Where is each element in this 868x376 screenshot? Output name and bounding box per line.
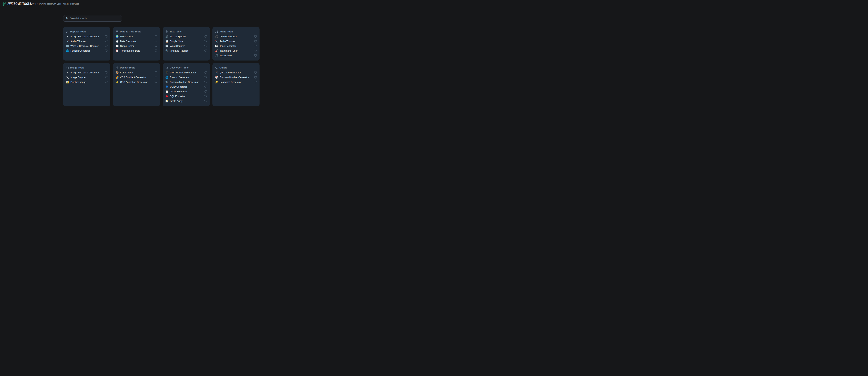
alarm-clock-emoji: ⏰ bbox=[116, 49, 119, 52]
category-card: Design Tools 🎨 Color Picker 🌈 CSS Gradie… bbox=[113, 63, 160, 106]
tool-label: Instrument Tuner bbox=[220, 49, 254, 52]
favorite-heart-button[interactable] bbox=[254, 54, 257, 57]
category-header: Others bbox=[215, 66, 257, 70]
mobile-phone-emoji: 📱 bbox=[215, 71, 218, 74]
tool-item-link[interactable]: ✂️ Audio Trimmer bbox=[215, 39, 257, 44]
tool-item-link[interactable]: 🎵 Metronome bbox=[215, 53, 257, 58]
tool-item-link[interactable]: 🔢 Word Counter bbox=[165, 44, 208, 48]
tool-item-link[interactable]: 🔪 Image Cropper bbox=[65, 75, 108, 80]
search-input[interactable] bbox=[68, 15, 122, 22]
tool-item-link[interactable]: ✂️ Audio Trimmer bbox=[65, 39, 108, 44]
tool-item-link[interactable]: 🔑 Password Generator bbox=[215, 80, 257, 84]
favorite-heart-button[interactable] bbox=[155, 49, 157, 52]
tool-item-link[interactable]: 🔢 Word & Character Counter bbox=[65, 44, 108, 48]
favorite-heart-button[interactable] bbox=[204, 44, 207, 47]
favorite-heart-button[interactable] bbox=[254, 44, 257, 47]
tool-label: CSS Gradient Generator bbox=[120, 76, 155, 79]
tool-item-link[interactable]: ♦️ SQL Formatter bbox=[165, 94, 208, 99]
favorite-heart-button[interactable] bbox=[155, 44, 157, 47]
tool-item-link[interactable]: 📋 JSON Formatter bbox=[165, 89, 208, 94]
favorite-heart-button[interactable] bbox=[204, 71, 207, 74]
favorite-heart-button[interactable] bbox=[155, 76, 157, 79]
tool-label: Simple Note bbox=[170, 40, 204, 43]
tool-item-link[interactable]: 🎨 Color Picker bbox=[115, 70, 158, 75]
tool-item-link[interactable]: ✨ CSS Animation Generator bbox=[115, 80, 158, 84]
category-header: Popular Tools bbox=[65, 30, 108, 34]
tool-item-link[interactable]: 🔊 Text to Speech bbox=[165, 34, 208, 39]
earth-emoji: 🌍 bbox=[116, 35, 119, 38]
palette-icon bbox=[116, 66, 119, 69]
tool-item-link[interactable]: 🕐 Simple Timer bbox=[115, 44, 158, 48]
favorite-heart-button[interactable] bbox=[105, 35, 107, 38]
tool-item-link[interactable]: 🎹 Tone Generator bbox=[215, 44, 257, 48]
tool-item-link[interactable]: 🎧 Audio Converter bbox=[215, 34, 257, 39]
tool-item-link[interactable]: 🌐 Favicon Generator bbox=[165, 75, 208, 80]
favorite-heart-button[interactable] bbox=[204, 81, 207, 83]
favorite-heart-button[interactable] bbox=[254, 49, 257, 52]
tool-item-link[interactable]: 📋 Simple Note bbox=[165, 39, 208, 44]
pocket-knife-logo-icon bbox=[2, 2, 6, 6]
favorite-heart-button[interactable] bbox=[254, 71, 257, 74]
bust-silhouette-emoji: 👤 bbox=[165, 86, 168, 88]
favorite-heart-button[interactable] bbox=[204, 40, 207, 43]
tool-item-link[interactable]: 🌈 CSS Gradient Generator bbox=[115, 75, 158, 80]
favorite-heart-button[interactable] bbox=[105, 76, 107, 79]
category-card: Image Tools ⚡ Image Resizer & Converter … bbox=[63, 63, 110, 106]
tool-item-link[interactable]: 🎲 Random Number Generator bbox=[215, 75, 257, 80]
category-card: Audio Tools 🎧 Audio Converter ✂️ Audio T… bbox=[212, 27, 259, 61]
favorite-heart-button[interactable] bbox=[105, 44, 107, 47]
favorite-heart-button[interactable] bbox=[254, 35, 257, 38]
favorite-heart-button[interactable] bbox=[105, 49, 107, 52]
tool-item-link[interactable]: ⏱️ Date Calculator bbox=[115, 39, 158, 44]
mobile-phone-emoji: 📱 bbox=[165, 71, 168, 74]
clock-emoji: 🕐 bbox=[116, 45, 119, 47]
favorite-heart-button[interactable] bbox=[204, 86, 207, 88]
category-title: Text Tools bbox=[170, 30, 182, 33]
lightning-emoji: ⚡ bbox=[66, 71, 69, 74]
favorite-heart-button[interactable] bbox=[105, 40, 107, 43]
favorite-heart-button[interactable] bbox=[254, 81, 257, 83]
favorite-heart-button[interactable] bbox=[254, 76, 257, 79]
tool-item-link[interactable]: 🔍 Schema Markup Generator bbox=[165, 80, 208, 84]
favorite-heart-button[interactable] bbox=[204, 49, 207, 52]
favorite-heart-button[interactable] bbox=[204, 100, 207, 102]
tool-item-link[interactable]: 📝 List to Array bbox=[165, 99, 208, 103]
tool-item-link[interactable]: ⚡ Image Resizer & Converter bbox=[65, 70, 108, 75]
category-title: Date & Time Tools bbox=[120, 30, 141, 33]
tool-item-link[interactable]: 🖼️ Pixelate Image bbox=[65, 80, 108, 84]
favorite-heart-button[interactable] bbox=[204, 35, 207, 38]
tool-item-link[interactable]: ⚡ Image Resizer & Converter bbox=[65, 34, 108, 39]
tool-list: ⚡ Image Resizer & Converter ✂️ Audio Tri… bbox=[65, 34, 108, 53]
tool-item-link[interactable]: 🌐 Favicon Generator bbox=[65, 48, 108, 53]
tool-label: Password Generator bbox=[220, 81, 254, 83]
category-header: Audio Tools bbox=[215, 30, 257, 34]
favorite-heart-button[interactable] bbox=[204, 90, 207, 93]
tool-item-link[interactable]: 🔍 Find and Replace bbox=[165, 48, 208, 53]
tool-label: Word Counter bbox=[170, 45, 204, 47]
tool-label: Favicon Generator bbox=[70, 49, 105, 52]
favorite-heart-button[interactable] bbox=[155, 35, 157, 38]
input-numbers-emoji: 🔢 bbox=[66, 45, 69, 47]
tool-item-link[interactable]: 🎸 Instrument Tuner bbox=[215, 48, 257, 53]
favorite-heart-button[interactable] bbox=[155, 40, 157, 43]
favorite-heart-button[interactable] bbox=[155, 81, 157, 83]
clipboard-emoji: 📋 bbox=[165, 90, 168, 93]
tool-label: Schema Markup Generator bbox=[170, 81, 204, 83]
tool-item-link[interactable]: 🌍 World Clock bbox=[115, 34, 158, 39]
tool-item-link[interactable]: ⏰ Timestamp to Date bbox=[115, 48, 158, 53]
tool-list: 🌍 World Clock ⏱️ Date Calculator 🕐 Simpl… bbox=[115, 34, 158, 53]
favorite-heart-button[interactable] bbox=[105, 71, 107, 74]
favorite-heart-button[interactable] bbox=[204, 76, 207, 79]
magnifier-emoji: 🔍 bbox=[165, 81, 168, 83]
favorite-heart-button[interactable] bbox=[204, 95, 207, 98]
tool-item-link[interactable]: 📱 QR Code Generator bbox=[215, 70, 257, 75]
search-box: 🔍 bbox=[63, 15, 122, 22]
key-emoji: 🔑 bbox=[215, 81, 218, 83]
favorite-heart-button[interactable] bbox=[105, 81, 107, 83]
favorite-heart-button[interactable] bbox=[254, 40, 257, 43]
tool-item-link[interactable]: 📱 PWA Manifest Generator bbox=[165, 70, 208, 75]
tool-item-link[interactable]: 👤 UUID Generator bbox=[165, 84, 208, 89]
favorite-heart-button[interactable] bbox=[155, 71, 157, 74]
category-title: Developer Tools bbox=[170, 66, 188, 69]
lightning-emoji: ⚡ bbox=[66, 35, 69, 38]
